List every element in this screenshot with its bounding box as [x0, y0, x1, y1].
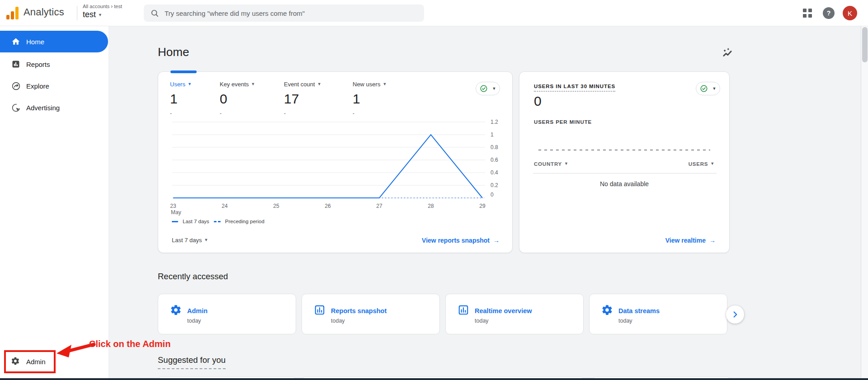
- arrow-right-icon: →: [709, 237, 716, 244]
- recent-card-label: Data streams: [618, 307, 660, 314]
- property-selector-label: test: [83, 10, 96, 19]
- recent-card-realtime-overview[interactable]: Realtime overview today: [445, 294, 584, 334]
- metric-new-users[interactable]: New users 1 -: [353, 81, 387, 117]
- sidebar-item-advertising[interactable]: Advertising: [0, 97, 108, 118]
- metric-delta: -: [284, 110, 321, 117]
- metric-value: 1: [353, 91, 387, 107]
- realtime-card: USERS IN LAST 30 MINUTES 0 USERS PER MIN…: [519, 71, 730, 253]
- property-selector[interactable]: test: [83, 10, 102, 19]
- chevron-down-icon: [188, 82, 192, 86]
- insights-icon[interactable]: [720, 45, 735, 61]
- bar-chart-icon: [314, 304, 326, 318]
- legend-label: Preceding period: [225, 219, 264, 224]
- svg-text:25: 25: [273, 203, 279, 209]
- gear-icon: [601, 304, 613, 318]
- breadcrumb: All accounts›test: [83, 3, 122, 9]
- metric-value: 17: [284, 91, 321, 107]
- data-quality-button[interactable]: [476, 82, 500, 95]
- svg-text:28: 28: [428, 203, 434, 209]
- chevron-down-icon: [492, 86, 496, 91]
- table-divider: [533, 173, 717, 174]
- search-input[interactable]: [165, 9, 418, 17]
- svg-text:0.4: 0.4: [491, 169, 498, 176]
- annotation-highlight-rect: [4, 350, 56, 373]
- view-realtime-link[interactable]: View realtime →: [665, 237, 716, 244]
- svg-text:0.6: 0.6: [491, 157, 498, 163]
- chevron-down-icon: [98, 13, 102, 17]
- page-title: Home: [158, 45, 189, 59]
- google-analytics-logo-icon: [6, 6, 20, 20]
- legend-label: Last 7 days: [183, 219, 209, 224]
- bottom-edge-bar: [0, 378, 868, 380]
- chevron-right-icon: ›: [111, 3, 113, 9]
- legend-solid-line-icon: [172, 221, 178, 222]
- scrollbar-track[interactable]: [861, 26, 868, 380]
- recent-card-meta: today: [475, 318, 489, 324]
- gear-icon: [170, 304, 182, 318]
- check-circle-icon: [700, 84, 708, 93]
- check-circle-icon: [480, 84, 488, 93]
- recent-card-reports-snapshot[interactable]: Reports snapshot today: [302, 294, 440, 334]
- bar-chart-icon: [458, 304, 469, 318]
- metric-label: Users: [170, 81, 185, 88]
- svg-text:24: 24: [222, 203, 228, 209]
- empty-state-text: No data available: [519, 180, 729, 188]
- avatar-initial: K: [848, 9, 852, 17]
- metric-value: 1: [170, 91, 192, 107]
- sidebar-item-explore[interactable]: Explore: [0, 75, 108, 97]
- link-label: View realtime: [665, 237, 706, 244]
- overview-chart[interactable]: 00.20.40.60.811.223242526272829May: [169, 108, 512, 220]
- users-column-header[interactable]: USERS: [689, 161, 715, 167]
- apps-grid-icon[interactable]: [803, 9, 812, 18]
- sidebar-item-label: Home: [26, 38, 44, 46]
- recent-card-meta: today: [187, 318, 201, 324]
- date-range-label: Last 7 days: [172, 237, 202, 244]
- svg-text:1.2: 1.2: [491, 119, 498, 125]
- legend-dashed-line-icon: [214, 221, 221, 222]
- metric-value: 0: [220, 91, 255, 107]
- recent-card-label: Admin: [187, 307, 208, 314]
- search-bar[interactable]: [144, 5, 424, 22]
- metric-label: Key events: [220, 81, 249, 88]
- chart-legend: Last 7 days Preceding period: [172, 219, 264, 224]
- sidebar-item-home[interactable]: Home: [0, 31, 108, 52]
- users-per-minute-sparkline: [538, 150, 710, 150]
- metric-delta: -: [170, 110, 192, 117]
- topbar-divider: [77, 6, 77, 20]
- recent-card-admin[interactable]: Admin today: [158, 294, 296, 334]
- chevron-down-icon: [382, 82, 387, 86]
- recently-accessed-title: Recently accessed: [158, 272, 228, 281]
- sidebar-item-reports[interactable]: Reports: [0, 53, 108, 75]
- chevron-down-icon: [317, 82, 321, 86]
- explore-icon: [11, 81, 21, 91]
- scrollbar-thumb[interactable]: [862, 27, 868, 62]
- sidebar-item-label: Advertising: [26, 104, 60, 112]
- svg-text:26: 26: [325, 203, 331, 209]
- svg-text:May: May: [171, 209, 181, 216]
- recent-card-data-streams[interactable]: Data streams today: [589, 294, 727, 334]
- svg-text:27: 27: [376, 203, 382, 209]
- active-tab-indicator: [170, 70, 197, 73]
- users-per-minute-label: USERS PER MINUTE: [534, 119, 592, 125]
- country-column-header[interactable]: COUNTRY: [534, 161, 569, 167]
- recent-card-label: Realtime overview: [475, 307, 532, 314]
- annotation-text: Click on the Admin: [89, 339, 170, 349]
- metric-key-events[interactable]: Key events 0 -: [220, 81, 255, 117]
- help-icon[interactable]: [823, 7, 835, 19]
- date-range-selector[interactable]: Last 7 days: [172, 237, 208, 244]
- chevron-down-icon: [712, 86, 717, 91]
- metric-event-count[interactable]: Event count 17 -: [284, 81, 321, 117]
- carousel-next-button[interactable]: [726, 305, 744, 324]
- sidebar-item-label: Explore: [26, 82, 49, 90]
- reports-icon: [11, 59, 21, 69]
- svg-text:0: 0: [491, 192, 494, 198]
- realtime-users-value: 0: [534, 94, 542, 109]
- chevron-down-icon: [564, 161, 569, 166]
- metric-users[interactable]: Users 1 -: [170, 81, 192, 117]
- data-quality-button[interactable]: [696, 82, 720, 95]
- arrow-right-icon: →: [493, 237, 500, 244]
- avatar[interactable]: K: [843, 6, 857, 20]
- view-reports-snapshot-link[interactable]: View reports snapshot →: [422, 237, 500, 244]
- breadcrumb-entity: test: [114, 4, 122, 9]
- svg-text:0.8: 0.8: [491, 144, 498, 150]
